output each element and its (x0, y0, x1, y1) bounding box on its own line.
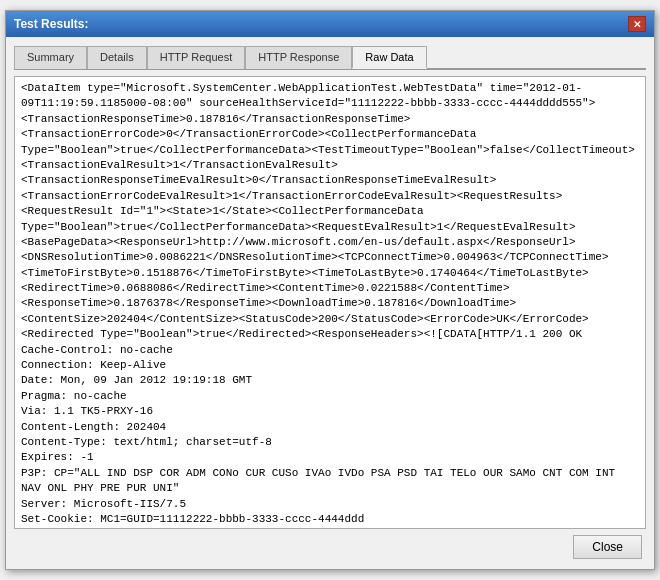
title-bar: Test Results: ✕ (6, 11, 654, 37)
test-results-window: Test Results: ✕ Summary Details HTTP Req… (5, 10, 655, 570)
tab-http-response[interactable]: HTTP Response (245, 46, 352, 69)
window-content: Summary Details HTTP Request HTTP Respon… (6, 37, 654, 569)
tab-http-request[interactable]: HTTP Request (147, 46, 246, 69)
raw-data-content[interactable]: <DataItem type="Microsoft.SystemCenter.W… (15, 77, 645, 528)
close-window-button[interactable]: ✕ (628, 16, 646, 32)
tab-bar: Summary Details HTTP Request HTTP Respon… (14, 45, 646, 70)
tab-summary[interactable]: Summary (14, 46, 87, 69)
tab-raw-data[interactable]: Raw Data (352, 46, 426, 69)
raw-data-area: <DataItem type="Microsoft.SystemCenter.W… (14, 76, 646, 529)
title-bar-controls: ✕ (628, 16, 646, 32)
close-button[interactable]: Close (573, 535, 642, 559)
footer: Close (14, 529, 646, 561)
window-title: Test Results: (14, 17, 88, 31)
tab-details[interactable]: Details (87, 46, 147, 69)
